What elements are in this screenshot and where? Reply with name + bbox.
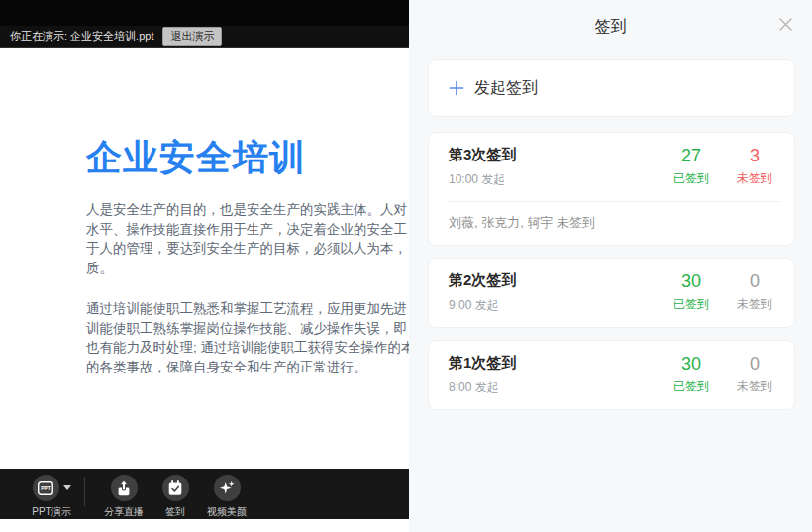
toolbar-item-label: 视频美颜 <box>207 505 247 519</box>
stage-top-strip <box>0 0 409 26</box>
sign-in-panel: 签到 发起签到 第3次签到 10:00 发起 <box>409 0 812 532</box>
create-sign-in-label: 发起签到 <box>474 78 538 99</box>
sign-in-session-card[interactable]: 第3次签到 10:00 发起 27 已签到 3 未签到 刘薇, 张克力, 轲宇 … <box>428 132 795 246</box>
toolbar-item-label: PPT演示 <box>32 505 70 519</box>
toolbar: PPT PPT演示 分享直播 <box>0 469 409 519</box>
close-icon[interactable] <box>776 15 794 33</box>
plus-icon <box>449 80 464 96</box>
sign-in-session-card[interactable]: 第2次签到 9:00 发起 30 已签到 0 未签到 <box>428 258 795 328</box>
unsigned-names-row: 刘薇, 张克力, 轲宇 未签到 <box>449 201 780 232</box>
exit-presentation-button[interactable]: 退出演示 <box>162 27 222 46</box>
panel-title: 签到 <box>409 17 812 38</box>
slide-text-line: 于人的管理，要达到安全生产的目标，必须以人为本， <box>86 239 409 259</box>
slide-paragraph-2: 通过培训能使职工熟悉和掌握工艺流程，应用更加先进 训能使职工熟练掌握岗位操作技能… <box>86 299 409 376</box>
unsigned-names: 刘薇, 张克力, 轲宇 未签到 <box>449 214 780 232</box>
share-live-icon[interactable] <box>111 475 138 501</box>
sign-in-session-card[interactable]: 第1次签到 8:00 发起 30 已签到 0 未签到 <box>428 340 795 410</box>
session-time: 9:00 发起 <box>449 297 654 314</box>
ppt-icon[interactable]: PPT <box>33 475 59 501</box>
panel-body: 发起签到 第3次签到 10:00 发起 27 已签到 3 未签到 <box>409 57 812 410</box>
toolbar-item-beauty[interactable]: 视频美颜 <box>201 475 253 519</box>
session-name: 第3次签到 <box>449 146 654 164</box>
toolbar-item-label: 分享直播 <box>104 505 144 519</box>
slide: 企业安全培训 人是安全生产的目的，也是安全生产的实践主体。人对 水平、操作技能直… <box>0 48 409 469</box>
session-name: 第1次签到 <box>449 354 654 372</box>
slide-text-line: 通过培训能使职工熟悉和掌握工艺流程，应用更加先进 <box>86 299 409 319</box>
sign-in-icon[interactable] <box>162 475 189 501</box>
presentation-stage: 你正在演示: 企业安全培训.ppt 退出演示 企业安全培训 人是安全生产的目的，… <box>0 0 409 532</box>
slide-text-line: 人是安全生产的目的，也是安全生产的实践主体。人对 <box>86 200 409 220</box>
unsigned-count: 0 未签到 <box>729 354 780 395</box>
signed-count: 27 已签到 <box>665 146 717 187</box>
session-time: 8:00 发起 <box>449 379 654 396</box>
presenting-label: 你正在演示: 企业安全培训.ppt <box>10 29 153 44</box>
unsigned-count: 3 未签到 <box>729 146 780 187</box>
svg-text:PPT: PPT <box>41 485 51 491</box>
toolbar-divider <box>84 477 85 506</box>
toolbar-item-ppt[interactable]: PPT PPT演示 <box>26 475 77 519</box>
session-time: 10:00 发起 <box>449 171 654 188</box>
slide-text-line: 的各类事故，保障自身安全和生产的正常进行。 <box>86 358 409 377</box>
slide-text-line: 训能使职工熟练掌握岗位操作技能、减少操作失误，即 <box>86 319 409 339</box>
unsigned-count: 0 未签到 <box>729 271 780 313</box>
toolbar-item-sign-in[interactable]: 签到 <box>150 475 201 519</box>
signed-count: 30 已签到 <box>665 354 717 395</box>
toolbar-item-label: 签到 <box>165 505 185 519</box>
beauty-icon[interactable] <box>214 475 241 501</box>
meeting-screen-share-window: 你正在演示: 企业安全培训.ppt 退出演示 企业安全培训 人是安全生产的目的，… <box>0 0 812 532</box>
session-name: 第2次签到 <box>449 271 654 290</box>
create-sign-in-button[interactable]: 发起签到 <box>428 59 795 117</box>
slide-text-line: 质。 <box>86 259 409 278</box>
toolbar-item-share-live[interactable]: 分享直播 <box>98 475 150 519</box>
presenter-bar: 你正在演示: 企业安全培训.ppt 退出演示 <box>0 26 409 48</box>
chevron-down-icon[interactable] <box>63 485 71 490</box>
slide-text-line: 也有能力及时处理; 通过培训能使职工获得安全操作的本 <box>86 338 409 358</box>
slide-title: 企业安全培训 <box>86 137 409 178</box>
panel-header: 签到 <box>409 0 812 57</box>
signed-count: 30 已签到 <box>665 271 717 313</box>
slide-text-line: 水平、操作技能直接作用于生产，决定着企业的安全工 <box>86 220 409 240</box>
slide-paragraph-1: 人是安全生产的目的，也是安全生产的实践主体。人对 水平、操作技能直接作用于生产，… <box>86 200 409 277</box>
